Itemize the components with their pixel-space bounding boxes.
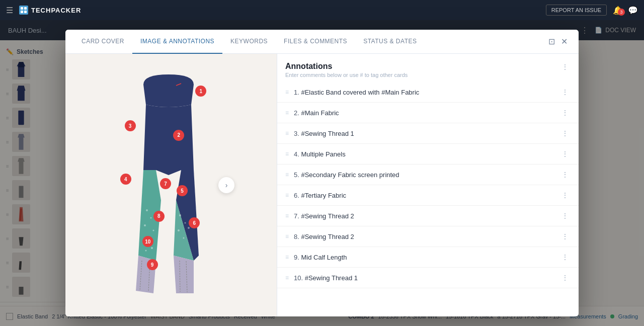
- annotation-item-6[interactable]: ≡ 6. #Tertiary Fabric ⋮: [277, 185, 579, 206]
- annotation-item-10[interactable]: ≡ 10. #Sewing Thread 1 ⋮: [277, 268, 579, 288]
- notifications-badge: 3: [618, 9, 625, 16]
- ann-menu-btn-2[interactable]: ⋮: [559, 108, 571, 118]
- modal-body: 1 2 3 4 5 6 7 8 9 10 ›: [65, 54, 579, 316]
- hamburger-icon[interactable]: ☰: [6, 6, 13, 15]
- modal-tabs: CARD COVER IMAGE & ANNOTATIONS KEYWORDS …: [65, 30, 579, 54]
- ann-menu-btn-6[interactable]: ⋮: [559, 190, 571, 200]
- report-issue-button[interactable]: REPORT AN ISSUE: [546, 5, 607, 16]
- svg-point-11: [146, 209, 148, 211]
- annotation-dot-2[interactable]: 2: [173, 130, 184, 141]
- ann-drag-handle-6: ≡: [285, 192, 289, 199]
- ann-drag-handle-8: ≡: [285, 233, 289, 240]
- ann-text-7: 7. #Sewing Thread 2: [294, 212, 554, 220]
- annotation-item-7[interactable]: ≡ 7. #Sewing Thread 2 ⋮: [277, 206, 579, 226]
- annotation-item-1[interactable]: ≡ 1. #Elastic Band covered with #Main Fa…: [277, 82, 579, 103]
- annotations-list: ≡ 1. #Elastic Band covered with #Main Fa…: [277, 82, 579, 316]
- ann-drag-handle-4: ≡: [285, 150, 289, 157]
- svg-rect-3: [24, 11, 27, 13]
- tab-image-annotations[interactable]: IMAGE & ANNOTATIONS: [132, 30, 222, 54]
- annotation-item-8[interactable]: ≡ 8. #Sewing Thread 2 ⋮: [277, 226, 579, 247]
- svg-point-21: [178, 229, 180, 231]
- expand-icon-button[interactable]: ⊡: [545, 35, 558, 48]
- svg-point-19: [179, 214, 181, 216]
- annotation-dot-9[interactable]: 9: [147, 259, 158, 270]
- ann-menu-btn-3[interactable]: ⋮: [559, 128, 571, 138]
- ann-text-5: 5. #Secondary Fabric screen printed: [294, 171, 554, 179]
- tab-files-comments-label: FILES & COMMENTS: [284, 38, 347, 45]
- ann-menu-btn-8[interactable]: ⋮: [559, 231, 571, 241]
- chat-icon[interactable]: 💬: [628, 6, 638, 15]
- app-background: ☰ TECHPACKER REPORT AN ISSUE 🔔 3 💬 BAUH …: [0, 0, 644, 326]
- modal-overlay: CARD COVER IMAGE & ANNOTATIONS KEYWORDS …: [0, 20, 644, 326]
- svg-point-23: [188, 227, 190, 229]
- ann-menu-btn-5[interactable]: ⋮: [559, 170, 571, 180]
- ann-text-2: 2. #Main Fabric: [294, 109, 554, 117]
- ann-text-4: 4. Multiple Panels: [294, 150, 554, 158]
- annotation-item-4[interactable]: ≡ 4. Multiple Panels ⋮: [277, 144, 579, 165]
- tab-status-dates[interactable]: STATUS & DATES: [355, 30, 425, 54]
- annotations-header: Annotations Enter comments below or use …: [277, 54, 579, 82]
- ann-menu-btn-1[interactable]: ⋮: [559, 87, 571, 97]
- next-chevron-button[interactable]: ›: [218, 177, 234, 193]
- tab-keywords-label: KEYWORDS: [230, 38, 268, 45]
- svg-point-20: [185, 222, 186, 224]
- annotation-dot-5[interactable]: 5: [177, 185, 188, 196]
- ann-drag-handle-1: ≡: [285, 89, 289, 96]
- ann-text-9: 9. Mid Calf Length: [294, 254, 554, 261]
- svg-point-12: [150, 217, 152, 219]
- ann-text-6: 6. #Tertiary Fabric: [294, 192, 554, 199]
- tab-card-cover-label: CARD COVER: [82, 38, 124, 45]
- tab-image-annotations-label: IMAGE & ANNOTATIONS: [140, 38, 214, 45]
- tab-card-cover[interactable]: CARD COVER: [73, 30, 132, 54]
- svg-rect-0: [21, 7, 23, 10]
- ann-text-3: 3. #Sewing Thread 1: [294, 130, 554, 137]
- ann-drag-handle-3: ≡: [285, 130, 289, 137]
- modal-dialog: CARD COVER IMAGE & ANNOTATIONS KEYWORDS …: [65, 30, 579, 316]
- svg-point-13: [144, 224, 146, 226]
- annotations-subtitle: Enter comments below or use # to tag oth…: [285, 72, 408, 78]
- ann-drag-handle-5: ≡: [285, 171, 289, 178]
- ann-drag-handle-7: ≡: [285, 212, 289, 219]
- image-area: 1 2 3 4 5 6 7 8 9 10 ›: [65, 54, 277, 316]
- ann-text-10: 10. #Sewing Thread 1: [294, 274, 554, 282]
- svg-point-22: [183, 237, 185, 239]
- svg-point-18: [145, 250, 147, 252]
- annotations-panel: Annotations Enter comments below or use …: [277, 54, 579, 316]
- annotation-item-5[interactable]: ≡ 5. #Secondary Fabric screen printed ⋮: [277, 165, 579, 185]
- annotations-title-area: Annotations Enter comments below or use …: [285, 62, 408, 78]
- ann-drag-handle-10: ≡: [285, 274, 289, 281]
- annotation-dot-4[interactable]: 4: [120, 174, 131, 185]
- ann-text-8: 8. #Sewing Thread 2: [294, 233, 554, 240]
- ann-drag-handle-2: ≡: [285, 109, 289, 116]
- ann-text-1: 1. #Elastic Band covered with #Main Fabr…: [294, 89, 554, 96]
- annotations-header-actions: Annotations Enter comments below or use …: [285, 62, 571, 78]
- logo-icon: [19, 6, 28, 15]
- tab-keywords[interactable]: KEYWORDS: [222, 30, 276, 54]
- nav-icons: 🔔 3 💬: [613, 6, 638, 15]
- logo-area: TECHPACKER: [19, 6, 81, 15]
- garment-container: 1 2 3 4 5 6 7 8 9 10 ›: [116, 69, 226, 301]
- ann-menu-btn-10[interactable]: ⋮: [559, 273, 571, 283]
- tab-status-dates-label: STATUS & DATES: [363, 38, 417, 45]
- close-icon-button[interactable]: ✕: [558, 35, 571, 48]
- app-logo-text: TECHPACKER: [31, 7, 81, 14]
- ann-menu-btn-7[interactable]: ⋮: [559, 211, 571, 221]
- top-nav: ☰ TECHPACKER REPORT AN ISSUE 🔔 3 💬: [0, 0, 644, 20]
- tab-files-comments[interactable]: FILES & COMMENTS: [276, 30, 355, 54]
- svg-rect-2: [21, 11, 23, 13]
- ann-drag-handle-9: ≡: [285, 254, 289, 261]
- annotation-item-2[interactable]: ≡ 2. #Main Fabric ⋮: [277, 103, 579, 123]
- annotation-item-9[interactable]: ≡ 9. Mid Calf Length ⋮: [277, 247, 579, 268]
- svg-rect-1: [24, 7, 27, 10]
- notifications-icon-wrap[interactable]: 🔔 3: [613, 6, 623, 15]
- ann-menu-btn-9[interactable]: ⋮: [559, 252, 571, 262]
- annotation-dot-3[interactable]: 3: [125, 120, 136, 131]
- annotation-item-3[interactable]: ≡ 3. #Sewing Thread 1 ⋮: [277, 123, 579, 144]
- svg-point-17: [151, 247, 153, 249]
- annotations-title: Annotations: [285, 62, 408, 71]
- ann-menu-btn-4[interactable]: ⋮: [559, 149, 571, 159]
- annotation-dot-8[interactable]: 8: [153, 211, 165, 222]
- annotation-dot-10[interactable]: 10: [142, 236, 153, 247]
- svg-point-14: [153, 230, 154, 231]
- annotations-menu-button[interactable]: ⋮: [559, 62, 571, 72]
